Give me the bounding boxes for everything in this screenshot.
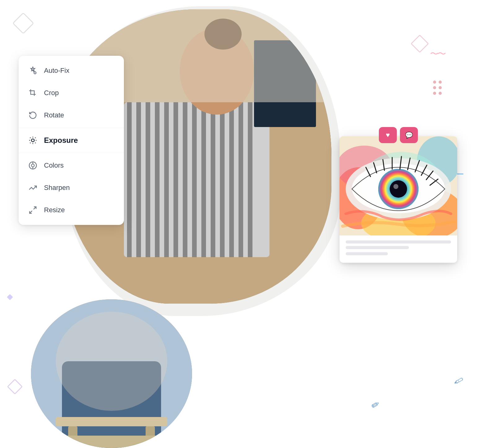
menu-item-crop[interactable]: Crop [19,82,124,104]
svg-point-17 [204,19,242,50]
colors-label: Colors [44,161,64,169]
svg-point-26 [56,312,167,411]
menu-item-colors[interactable]: Colors [19,154,124,177]
menu-divider-2 [19,153,124,153]
resize-icon [27,204,38,216]
menu-item-exposure[interactable]: Exposure [19,129,124,152]
pencil-icon-right: 🖊 [454,375,465,387]
colors-icon [27,160,38,171]
auto-fix-icon [27,65,38,76]
svg-rect-22 [56,417,167,426]
painter-bottom-image [31,299,192,448]
insta-text-bar-3 [346,252,388,255]
exposure-icon [27,135,38,146]
svg-rect-9 [192,102,197,257]
svg-rect-25 [31,436,192,448]
menu-divider-1 [19,128,124,128]
chat-icon: 💬 [405,131,413,139]
menu-item-rotate[interactable]: Rotate [19,104,124,126]
deco-wave: 〜〜 [430,48,445,60]
sharpen-label: Sharpen [44,184,70,192]
exposure-label: Exposure [44,136,78,145]
svg-rect-3 [136,102,141,257]
crop-label: Crop [44,89,59,97]
svg-rect-10 [201,102,206,257]
svg-rect-4 [146,102,150,257]
deco-dots [433,81,442,95]
svg-rect-6 [164,102,169,257]
resize-label: Resize [44,206,65,214]
svg-point-27 [34,72,36,74]
painter-photo-bottom [31,299,192,448]
notification-bubble: ♥ 💬 [379,127,418,143]
svg-point-39 [31,164,34,167]
svg-line-43 [30,211,32,213]
instagram-card: ♥ 💬 [340,136,457,263]
menu-item-auto-fix[interactable]: Auto-Fix [19,59,124,82]
rotate-icon [27,110,38,121]
scene: 〜〜 ✏ 🖊 [0,0,482,448]
svg-rect-14 [239,102,243,257]
deco-diamond-top-right [410,34,429,53]
deco-diamond-top-left [12,12,34,34]
heart-icon: ♥ [386,131,390,139]
crop-icon [27,87,38,99]
insta-text-bar-1 [346,240,451,244]
menu-item-sharpen[interactable]: Sharpen [19,177,124,199]
svg-rect-15 [248,102,252,257]
svg-rect-13 [229,102,234,257]
svg-rect-5 [155,102,160,257]
insta-card-image [340,136,457,235]
svg-point-56 [393,184,398,189]
sharpen-icon [27,182,38,193]
svg-line-42 [33,207,36,209]
svg-point-29 [31,139,34,142]
svg-rect-7 [173,102,178,257]
svg-line-32 [30,138,31,138]
svg-line-37 [35,138,36,138]
pencil-icon-bottom: ✏ [369,398,382,412]
svg-rect-1 [124,102,269,257]
chat-bubble[interactable]: 💬 [400,127,418,143]
menu-item-resize[interactable]: Resize [19,199,124,221]
svg-rect-8 [183,102,187,257]
edit-menu-card: Auto-Fix Crop Rotate [19,56,124,225]
insta-card-footer [340,235,457,263]
svg-line-36 [30,143,31,143]
deco-diamond-bottom-left [7,379,23,395]
svg-rect-2 [127,102,132,257]
svg-point-55 [390,180,407,198]
deco-dot-left [7,294,13,300]
auto-fix-label: Auto-Fix [44,67,69,75]
svg-rect-12 [220,102,225,257]
insta-text-bar-2 [346,246,409,249]
svg-rect-18 [254,40,316,127]
rotate-label: Rotate [44,111,64,119]
svg-point-16 [180,28,254,115]
heart-bubble[interactable]: ♥ [379,127,397,143]
svg-rect-11 [211,102,215,257]
svg-line-33 [35,143,36,143]
